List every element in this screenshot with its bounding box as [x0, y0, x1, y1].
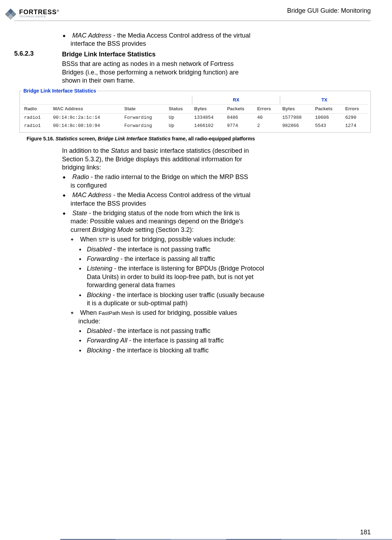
body-para: In addition to the Status and basic inte…	[62, 147, 253, 172]
logo-sub: TECHNOLOGIES	[19, 15, 59, 18]
group-tx: TX	[280, 96, 368, 105]
col-tx-bytes: Bytes	[280, 105, 313, 114]
col-tx-errors: Errors	[343, 105, 368, 114]
list-item: Radio - the radio internal to the Bridge…	[71, 173, 251, 190]
group-rx: RX	[192, 96, 280, 105]
page-number: 181	[360, 529, 371, 536]
logo-reg: ®	[57, 9, 59, 13]
list-item: Forwarding - the interface is passing al…	[87, 255, 268, 263]
stats-legend: Bridge Link Interface Statistics	[22, 88, 97, 94]
list-item: When STP is used for bridging, possible …	[78, 235, 259, 244]
term: MAC Address	[72, 32, 111, 39]
col-rx-packets: Packets	[225, 105, 255, 114]
col-rx-errors: Errors	[255, 105, 280, 114]
col-status: Status	[167, 105, 192, 114]
figure-caption: Figure 5.16. Statistics screen, Bridge L…	[27, 135, 371, 142]
section-number: 5.6.2.3	[14, 50, 34, 58]
list-item: State - the bridging status of the node …	[71, 209, 251, 234]
list-item: Disabled - the interface is not passing …	[87, 327, 268, 335]
logo: FORTRESS® TECHNOLOGIES	[4, 7, 59, 20]
list-item: Blocking - the interface is blocking all…	[87, 346, 268, 355]
list-item: Disabled - the interface is not passing …	[87, 245, 268, 254]
section-heading: Bridge Link Interface Statistics	[62, 50, 371, 59]
content: MAC Address - the Media Access Control a…	[62, 32, 371, 355]
stats-frame: Bridge Link Interface Statistics RX TX R…	[19, 88, 371, 133]
col-tx-packets: Packets	[313, 105, 343, 114]
table-row: radio1 00:14:8c:2a:1c:14 Forwarding Up 1…	[22, 114, 368, 122]
logo-icon	[4, 7, 17, 20]
col-state: State	[122, 105, 167, 114]
stats-table: RX TX Radio MAC Address State Status Byt…	[22, 96, 368, 130]
list-item: MAC Address - the Media Access Control a…	[71, 191, 251, 208]
col-mac: MAC Address	[51, 105, 122, 114]
list-item: MAC Address - the Media Access Control a…	[71, 32, 251, 48]
list-item: Forwarding All - the interface is passin…	[87, 336, 268, 345]
table-row: radio1 00:14:8c:08:10:94 Forwarding Up 1…	[22, 122, 368, 130]
page-title: Bridge GUI Guide: Monitoring	[287, 7, 371, 15]
section-intro: BSSs that are acting as nodes in a mesh …	[62, 60, 253, 85]
list-item: Blocking - the interface is blocking use…	[87, 291, 268, 308]
col-rx-bytes: Bytes	[192, 105, 225, 114]
col-radio: Radio	[22, 105, 51, 114]
logo-main: FORTRESS	[19, 9, 57, 16]
list-item: When FastPath Mesh is used for bridging,…	[78, 309, 259, 325]
page-header: FORTRESS® TECHNOLOGIES Bridge GUI Guide:…	[14, 7, 371, 21]
list-item: Listening - the interface is listening f…	[87, 265, 268, 289]
